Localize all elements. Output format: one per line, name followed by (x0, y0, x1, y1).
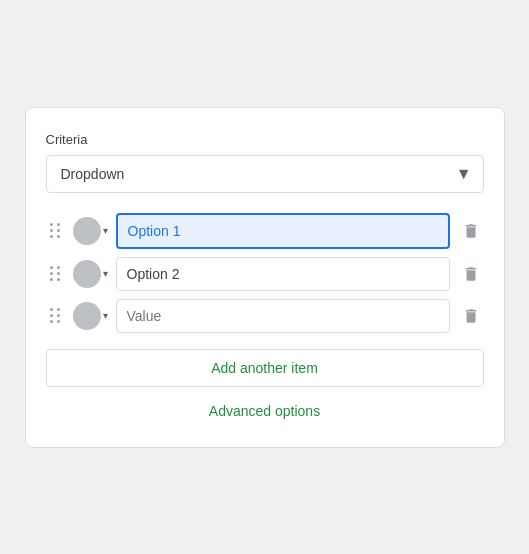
color-chevron-icon[interactable]: ▾ (103, 225, 108, 236)
advanced-options-link[interactable]: Advanced options (46, 403, 484, 419)
items-list: ▾ ▾ (46, 213, 484, 333)
item-input-3[interactable] (116, 299, 450, 333)
item-input-2[interactable] (116, 257, 450, 291)
drag-handle[interactable] (46, 262, 65, 285)
criteria-label: Criteria (46, 132, 484, 147)
criteria-dropdown[interactable]: Dropdown Checkboxes Multiple choice Line… (46, 155, 484, 193)
color-picker-wrapper: ▾ (73, 302, 108, 330)
drag-handle[interactable] (46, 304, 65, 327)
trash-icon (462, 222, 480, 240)
color-chevron-icon[interactable]: ▾ (103, 310, 108, 321)
item-input-1[interactable] (116, 213, 450, 249)
trash-icon (462, 265, 480, 283)
item-row: ▾ (46, 257, 484, 291)
color-chevron-icon[interactable]: ▾ (103, 268, 108, 279)
color-circle-button[interactable] (73, 217, 101, 245)
add-item-button[interactable]: Add another item (46, 349, 484, 387)
item-row: ▾ (46, 299, 484, 333)
color-circle-button[interactable] (73, 260, 101, 288)
color-picker-wrapper: ▾ (73, 260, 108, 288)
color-circle-button[interactable] (73, 302, 101, 330)
drag-handle[interactable] (46, 219, 65, 242)
delete-item-2-button[interactable] (458, 261, 484, 287)
criteria-panel: Criteria Dropdown Checkboxes Multiple ch… (25, 107, 505, 448)
delete-item-1-button[interactable] (458, 218, 484, 244)
delete-item-3-button[interactable] (458, 303, 484, 329)
item-row: ▾ (46, 213, 484, 249)
trash-icon (462, 307, 480, 325)
color-picker-wrapper: ▾ (73, 217, 108, 245)
dropdown-wrapper: Dropdown Checkboxes Multiple choice Line… (46, 155, 484, 193)
